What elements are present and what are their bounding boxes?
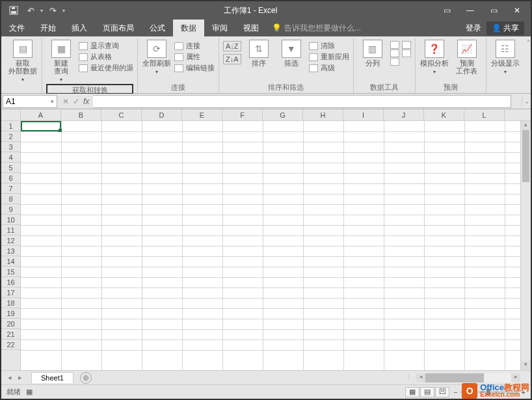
tab-home[interactable]: 开始 (33, 20, 64, 36)
recent-sources-button[interactable]: 最近使用的源 (79, 63, 133, 73)
new-query-button[interactable]: ▦ 新建 查询 ▾ (46, 40, 76, 84)
column-header[interactable]: F (222, 109, 263, 120)
formula-input[interactable] (93, 95, 511, 108)
row-header[interactable]: 13 (1, 246, 20, 256)
row-header[interactable]: 15 (1, 267, 20, 277)
row-header[interactable]: 16 (1, 277, 20, 287)
expand-formula-bar-icon[interactable]: ⌄ (522, 96, 531, 106)
sort-button[interactable]: ⇅ 排序 (244, 40, 274, 67)
row-header[interactable]: 10 (1, 215, 20, 225)
zoom-out-button[interactable]: − (453, 388, 457, 396)
column-header[interactable]: J (384, 109, 424, 120)
view-pagelayout-icon[interactable]: ▤ (420, 387, 434, 397)
column-header[interactable]: K (424, 109, 464, 120)
save-icon[interactable] (7, 3, 21, 18)
sheet-nav-next-icon[interactable]: ▸ (16, 373, 25, 382)
horizontal-scrollbar[interactable]: ◂ ▸ (416, 373, 520, 382)
hscroll-thumb[interactable] (425, 373, 484, 382)
view-pagebreak-icon[interactable]: 凹 (435, 387, 449, 397)
row-header[interactable]: 22 (1, 340, 20, 350)
sort-asc-button[interactable]: A↓Z (223, 41, 241, 51)
advanced-filter-button[interactable]: 高级 (309, 63, 349, 73)
close-button[interactable]: ✕ (506, 3, 528, 18)
row-header[interactable]: 8 (1, 194, 20, 204)
column-header[interactable]: I (343, 109, 384, 120)
row-header[interactable]: 18 (1, 298, 20, 308)
tool-icon-2[interactable] (390, 49, 411, 57)
column-header[interactable]: E (182, 109, 222, 120)
column-header[interactable]: L (464, 109, 505, 120)
tab-file[interactable]: 文件 (1, 20, 33, 36)
scroll-right-icon[interactable]: ▸ (511, 373, 520, 382)
row-header[interactable]: 9 (1, 204, 20, 215)
maximize-button[interactable]: ▭ (483, 3, 505, 18)
share-button[interactable]: 👤 共享 (486, 21, 524, 35)
row-header[interactable]: 21 (1, 329, 20, 340)
tab-insert[interactable]: 插入 (64, 20, 95, 36)
redo-icon[interactable]: ↷ (46, 3, 60, 18)
row-header[interactable]: 6 (1, 173, 20, 183)
cells-area[interactable] (21, 121, 520, 370)
column-header[interactable]: B (61, 109, 101, 120)
column-header[interactable]: D (142, 109, 182, 120)
tab-review[interactable]: 审阅 (204, 20, 235, 36)
collapse-ribbon-icon[interactable]: ˄ (524, 38, 532, 47)
scroll-down-icon[interactable]: ▾ (521, 361, 531, 370)
what-if-button[interactable]: ❓ 模拟分析 ▾ (419, 40, 449, 76)
ribbon-display-options-icon[interactable]: ▭ (436, 3, 458, 18)
minimize-button[interactable]: — (459, 3, 481, 18)
tool-icon-1[interactable] (390, 41, 411, 49)
row-header[interactable]: 14 (1, 256, 20, 267)
properties-button[interactable]: 属性 (174, 52, 215, 62)
outline-button[interactable]: ☷ 分级显示 ▾ (490, 40, 520, 76)
filter-button[interactable]: ▼ 筛选 (276, 40, 306, 67)
row-header[interactable]: 19 (1, 308, 20, 319)
cancel-formula-icon[interactable]: ✕ (62, 97, 69, 106)
name-box[interactable]: A1 ▾ (3, 95, 57, 108)
tab-split-handle[interactable]: ⋮ (405, 373, 412, 382)
row-header[interactable]: 4 (1, 152, 20, 163)
refresh-all-button[interactable]: ⟳ 全部刷新 ▾ (142, 40, 172, 76)
vscroll-thumb[interactable] (522, 130, 529, 182)
select-all-corner[interactable] (1, 109, 21, 120)
column-header[interactable]: H (303, 109, 343, 120)
from-table-button[interactable]: 从表格 (79, 52, 133, 62)
tool-icon-3[interactable] (390, 58, 411, 66)
undo-icon[interactable]: ↶ (23, 3, 38, 18)
text-to-columns-button[interactable]: ▥ 分列 (358, 40, 388, 67)
add-sheet-button[interactable]: ⊕ (80, 372, 92, 384)
enter-formula-icon[interactable]: ✓ (73, 97, 79, 106)
get-external-data-button[interactable]: ▤ 获取 外部数据 ▾ (8, 40, 38, 84)
sort-desc-button[interactable]: Z↓A (223, 54, 241, 64)
forecast-sheet-button[interactable]: 📈 预测 工作表 (452, 40, 482, 75)
row-header[interactable]: 3 (1, 142, 20, 152)
macro-record-icon[interactable]: ▦ (26, 388, 33, 396)
fx-icon[interactable]: fx (83, 97, 89, 106)
row-header[interactable]: 2 (1, 131, 20, 142)
show-queries-button[interactable]: 显示查询 (79, 41, 133, 51)
scroll-left-icon[interactable]: ◂ (416, 373, 425, 382)
tell-me-search[interactable]: 💡 告诉我您想要做什么... (267, 20, 361, 36)
login-link[interactable]: 登录 (466, 23, 481, 34)
view-normal-icon[interactable]: ▦ (405, 387, 419, 397)
row-header[interactable]: 11 (1, 225, 20, 235)
scroll-up-icon[interactable]: ▴ (521, 121, 531, 130)
tab-pagelayout[interactable]: 页面布局 (95, 20, 142, 36)
column-header[interactable]: C (101, 109, 142, 120)
clear-filter-button[interactable]: 清除 (309, 41, 349, 51)
row-header[interactable]: 5 (1, 163, 20, 173)
tab-data[interactable]: 数据 (173, 20, 204, 36)
sheet-tab-active[interactable]: Sheet1 (31, 372, 73, 383)
column-header[interactable]: G (263, 109, 303, 120)
connections-button[interactable]: 连接 (174, 41, 215, 51)
row-header[interactable]: 1 (1, 121, 20, 131)
tab-formulas[interactable]: 公式 (142, 20, 173, 36)
row-header[interactable]: 20 (1, 319, 20, 329)
vertical-scrollbar[interactable]: ▴ ▾ (520, 121, 531, 370)
chevron-down-icon[interactable]: ▾ (51, 98, 54, 105)
tab-view[interactable]: 视图 (235, 20, 267, 36)
column-header[interactable]: A (21, 109, 61, 120)
row-header[interactable]: 12 (1, 235, 20, 246)
row-header[interactable]: 7 (1, 183, 20, 194)
edit-links-button[interactable]: 编辑链接 (174, 63, 215, 73)
